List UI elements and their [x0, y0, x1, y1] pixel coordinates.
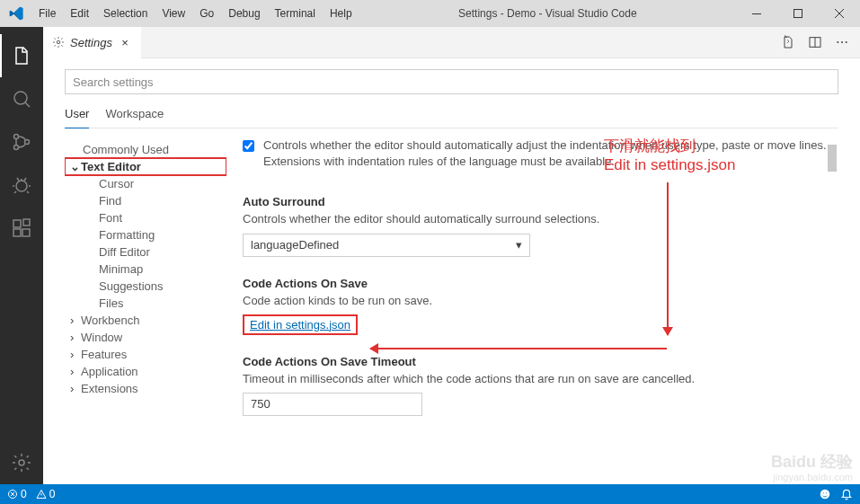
menu-debug[interactable]: Debug — [221, 7, 267, 20]
svg-point-12 — [57, 40, 60, 44]
svg-point-5 — [25, 140, 30, 145]
toc-text-editor[interactable]: ⌄Text Editor — [65, 158, 226, 175]
debug-icon[interactable] — [0, 164, 43, 207]
scrollbar-thumb[interactable] — [828, 145, 837, 172]
toc-formatting[interactable]: Formatting — [65, 226, 226, 243]
toc-minimap[interactable]: Minimap — [65, 261, 226, 278]
menu-selection[interactable]: Selection — [96, 7, 155, 20]
toc-extensions[interactable]: ›Extensions — [65, 380, 226, 397]
toc-cursor[interactable]: Cursor — [65, 175, 226, 192]
source-control-icon[interactable] — [0, 120, 43, 164]
toc-window[interactable]: ›Window — [65, 329, 226, 346]
tab-close-icon[interactable]: × — [118, 35, 132, 49]
menu-bar: File Edit Selection View Go Debug Termin… — [31, 7, 359, 20]
svg-point-6 — [16, 181, 27, 191]
menu-file[interactable]: File — [31, 7, 63, 20]
settings-toc[interactable]: Commonly Used ⌄Text Editor Cursor Find F… — [65, 137, 226, 484]
menu-terminal[interactable]: Terminal — [268, 7, 323, 20]
settings-scope-tabs: User Workspace — [65, 107, 838, 128]
status-notifications-icon[interactable] — [840, 488, 853, 500]
svg-rect-8 — [13, 229, 21, 236]
status-feedback-icon[interactable] — [819, 488, 831, 500]
setting-description: Controls whether the editor should autom… — [263, 137, 828, 170]
vertical-scrollbar[interactable] — [828, 137, 838, 484]
status-errors[interactable]: 0 — [7, 488, 27, 500]
search-icon[interactable] — [0, 77, 43, 120]
svg-rect-1 — [794, 10, 802, 18]
svg-rect-7 — [13, 220, 21, 227]
scope-workspace-tab[interactable]: Workspace — [105, 107, 164, 128]
svg-point-11 — [19, 460, 24, 465]
menu-view[interactable]: View — [155, 7, 192, 20]
svg-point-17 — [846, 41, 847, 43]
toc-diff-editor[interactable]: Diff Editor — [65, 243, 226, 261]
menu-go[interactable]: Go — [192, 7, 221, 20]
tab-label: Settings — [70, 36, 112, 49]
window-title: Settings - Demo - Visual Studio Code — [359, 7, 736, 20]
setting-code-actions-timeout: Code Actions On Save Timeout Timeout in … — [243, 355, 828, 416]
edit-in-settings-json-link[interactable]: Edit in settings.json — [250, 318, 350, 332]
settings-gear-icon[interactable] — [0, 441, 43, 484]
chevron-right-icon: › — [70, 382, 81, 395]
open-settings-json-icon[interactable] — [781, 35, 795, 49]
svg-rect-0 — [752, 13, 761, 14]
settings-list[interactable]: Controls whether the editor should autom… — [226, 137, 838, 484]
titlebar: File Edit Selection View Go Debug Termin… — [0, 0, 860, 27]
tab-bar: Settings × — [43, 27, 860, 58]
svg-point-21 — [826, 492, 827, 493]
settings-search-input[interactable]: Search settings — [65, 69, 838, 94]
svg-rect-9 — [22, 229, 30, 236]
maximize-button[interactable] — [777, 0, 819, 27]
annotation-arrow-left — [370, 348, 667, 349]
scope-user-tab[interactable]: User — [65, 107, 89, 128]
minimize-button[interactable] — [736, 0, 777, 27]
explorer-icon[interactable] — [0, 34, 43, 77]
annotation-arrow-down — [667, 182, 669, 335]
auto-indent-checkbox[interactable] — [243, 140, 254, 152]
svg-point-4 — [14, 146, 19, 150]
setting-description: Timeout in milliseconds after which the … — [243, 371, 828, 387]
svg-point-2 — [14, 92, 27, 104]
status-warnings[interactable]: 0 — [36, 488, 56, 500]
vscode-logo-icon — [0, 6, 31, 21]
toc-suggestions[interactable]: Suggestions — [65, 278, 226, 295]
chevron-right-icon: › — [70, 331, 81, 344]
setting-title: Code Actions On Save — [243, 277, 828, 290]
toc-workbench[interactable]: ›Workbench — [65, 312, 226, 329]
split-editor-icon[interactable] — [808, 35, 822, 49]
svg-point-16 — [841, 41, 843, 43]
svg-point-19 — [820, 490, 830, 500]
error-icon — [7, 489, 18, 500]
menu-help[interactable]: Help — [323, 7, 359, 20]
menu-edit[interactable]: Edit — [63, 7, 96, 20]
toc-application[interactable]: ›Application — [65, 363, 226, 380]
extensions-icon[interactable] — [0, 207, 43, 250]
setting-auto-indent: Controls whether the editor should autom… — [243, 137, 828, 175]
gear-icon — [52, 36, 65, 49]
setting-title: Auto Surround — [243, 195, 828, 208]
chevron-right-icon: › — [70, 365, 81, 378]
chevron-down-icon: ▾ — [516, 238, 522, 252]
search-placeholder: Search settings — [73, 75, 154, 89]
chevron-right-icon: › — [70, 348, 81, 361]
setting-title: Code Actions On Save Timeout — [243, 355, 828, 368]
activity-bar — [0, 27, 43, 484]
tab-settings[interactable]: Settings × — [43, 27, 141, 58]
setting-description: Controls whether the editor should autom… — [243, 211, 828, 227]
toc-commonly-used[interactable]: Commonly Used — [65, 141, 226, 158]
svg-point-20 — [823, 492, 824, 493]
toc-files[interactable]: Files — [65, 295, 226, 312]
more-actions-icon[interactable] — [835, 35, 849, 49]
toc-features[interactable]: ›Features — [65, 346, 226, 363]
svg-rect-10 — [23, 219, 30, 225]
status-bar: 0 0 — [0, 484, 860, 504]
setting-code-actions-on-save: Code Actions On Save Code action kinds t… — [243, 277, 828, 335]
toc-font[interactable]: Font — [65, 209, 226, 226]
code-actions-timeout-input[interactable]: 750 — [243, 393, 422, 416]
warning-icon — [36, 489, 47, 500]
close-button[interactable] — [819, 0, 860, 27]
svg-point-3 — [14, 135, 19, 139]
toc-find[interactable]: Find — [65, 192, 226, 209]
auto-surround-dropdown[interactable]: languageDefined ▾ — [243, 234, 530, 257]
dropdown-value: languageDefined — [251, 238, 339, 252]
